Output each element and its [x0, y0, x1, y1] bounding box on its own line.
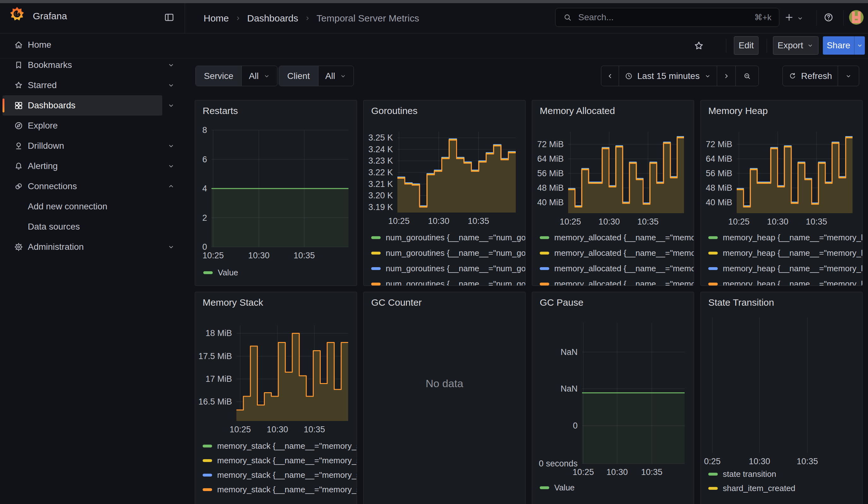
legend-item[interactable]: num_goroutines {__name__="num_go [371, 261, 526, 276]
legend-item[interactable]: memory_heap {__name__="memory_h [708, 245, 862, 261]
legend-label: memory_heap {__name__="memory_h [723, 248, 862, 258]
panel-title[interactable]: Goroutines [371, 105, 417, 116]
memory-heap-chart[interactable]: 72 MiB64 MiB56 MiB48 MiB40 MiB10:2510:30… [737, 132, 852, 213]
plus-icon[interactable] [784, 12, 794, 22]
chevron-down-icon[interactable] [167, 142, 175, 150]
sidebar-item-starred[interactable]: Starred [2, 75, 162, 95]
help-circle-icon[interactable] [823, 12, 834, 23]
memory-allocated-legend: memory_allocated {__name__="memomemory_a… [540, 230, 694, 286]
x-axis-tick: 10:25 [728, 217, 750, 227]
time-range-picker[interactable]: Last 15 minutes [619, 66, 717, 86]
edit-button[interactable]: Edit [734, 36, 758, 55]
refresh-interval-dropdown[interactable] [838, 66, 859, 86]
sidebar-item-explore[interactable]: Explore [2, 116, 162, 136]
legend-swatch [203, 474, 212, 476]
legend-item[interactable]: memory_stack {__name__="memory_s [203, 482, 357, 497]
legend-item[interactable]: num_goroutines {__name__="num_go [371, 245, 526, 261]
chevron-down-icon[interactable] [167, 243, 175, 251]
panel-title[interactable]: GC Counter [371, 297, 422, 308]
export-button[interactable]: Export [773, 36, 818, 55]
time-range-label: Last 15 minutes [637, 71, 700, 81]
legend-swatch [708, 487, 718, 490]
panel-memory-allocated: Memory Allocated 72 MiB64 MiB56 MiB48 Mi… [532, 100, 694, 286]
breadcrumb-dashboards[interactable]: Dashboards [247, 13, 298, 24]
search-input[interactable] [578, 12, 749, 23]
user-avatar[interactable] [849, 10, 864, 25]
sidebar-item-bookmarks[interactable]: Bookmarks [2, 55, 162, 75]
goroutines-chart[interactable]: 3.25 K3.24 K3.23 K3.22 K3.21 K3.20 K3.19… [397, 132, 516, 213]
panel-title[interactable]: Memory Allocated [540, 105, 615, 116]
legend-item[interactable]: memory_allocated {__name__="memo [540, 261, 694, 276]
y-axis-tick: 3.19 K [368, 202, 393, 212]
x-axis-tick: 10:30 [248, 251, 270, 260]
panel-title[interactable]: Memory Heap [708, 105, 768, 116]
service-filter-value[interactable]: All [242, 66, 277, 86]
sidebar-item-home[interactable]: Home [2, 35, 162, 55]
panel-title[interactable]: GC Pause [540, 297, 583, 308]
legend-item[interactable]: memory_stack {__name__="memory_s [203, 439, 357, 453]
legend-item[interactable]: state transition [708, 467, 795, 481]
time-back-button[interactable] [601, 66, 619, 86]
sidebar-item-connections[interactable]: Connections [2, 176, 162, 196]
sidebar-item-data-sources[interactable]: Data sources [2, 217, 162, 237]
legend-item[interactable]: num_goroutines {__name__="num_go [371, 230, 526, 245]
y-axis-tick: 56 MiB [706, 168, 732, 178]
breadcrumb-home[interactable]: Home [204, 13, 229, 24]
star-icon[interactable] [693, 40, 704, 51]
legend-item[interactable]: memory_stack {__name__="memory_s [203, 468, 357, 482]
legend-swatch [203, 445, 212, 448]
legend-item[interactable]: memory_heap {__name__="memory_h [708, 230, 862, 245]
goroutines-legend: num_goroutines {__name__="num_gonum_goro… [371, 230, 526, 286]
gear-icon [14, 242, 23, 252]
sidebar-item-alerting[interactable]: Alerting [2, 156, 162, 176]
legend-item[interactable]: shard_item_created [708, 481, 795, 495]
share-button-group: Share [823, 36, 865, 55]
sidebar-item-add-new-connection[interactable]: Add new connection [2, 196, 162, 217]
legend-item[interactable]: memory_stack {__name__="memory_s [203, 453, 357, 468]
legend-item[interactable]: num_goroutines {__name__="num_go [371, 276, 526, 286]
state-transition-chart[interactable]: 0:2510:3010:35 [705, 317, 852, 453]
legend-item[interactable]: memory_heap {__name__="memory_h [708, 276, 862, 286]
panel-title[interactable]: Restarts [203, 105, 238, 116]
sidebar-item-drilldown[interactable]: Drilldown [2, 136, 162, 156]
legend-item[interactable]: memory_heap {__name__="memory_h [708, 261, 862, 276]
legend-item[interactable]: Value [203, 265, 238, 280]
chevron-down-icon[interactable] [167, 102, 175, 109]
legend-item[interactable]: Value [540, 480, 575, 495]
x-axis-tick: 10:30 [767, 217, 788, 227]
share-button[interactable]: Share [823, 36, 854, 55]
panel-goroutines: Goroutines 3.25 K3.24 K3.23 K3.22 K3.21 … [363, 100, 526, 286]
memory-stack-chart[interactable]: 18 MiB17.5 MiB17 MiB16.5 MiB10:2510:3010… [236, 326, 348, 421]
sidebar-item-dashboards[interactable]: Dashboards [2, 95, 162, 116]
restarts-chart[interactable]: 8642010:2510:3010:35 [211, 130, 349, 247]
chevron-down-icon[interactable] [797, 15, 804, 22]
zoom-out-button[interactable] [735, 66, 758, 86]
chevron-down-icon[interactable] [167, 162, 175, 170]
legend-item[interactable]: memory_allocated {__name__="memo [540, 230, 694, 245]
chevron-down-icon[interactable] [167, 61, 175, 69]
time-forward-button[interactable] [717, 66, 735, 86]
share-dropdown-button[interactable] [855, 36, 865, 55]
panel-left-icon[interactable] [164, 12, 175, 23]
legend-swatch [540, 252, 549, 255]
brand-title: Grafana [33, 11, 67, 21]
x-axis-tick: 10:35 [641, 467, 662, 477]
legend-item[interactable]: memory_allocated {__name__="memo [540, 245, 694, 261]
y-axis-tick: NaN [560, 384, 578, 394]
bookmark-icon [14, 60, 23, 70]
memory-allocated-chart[interactable]: 72 MiB64 MiB56 MiB48 MiB40 MiB10:2510:30… [568, 132, 684, 213]
panel-title[interactable]: State Transition [708, 297, 774, 308]
panel-gc-counter: GC Counter No data [363, 292, 526, 504]
panel-title[interactable]: Memory Stack [203, 297, 263, 308]
legend-item[interactable]: memory_allocated {__name__="memo [540, 276, 694, 286]
refresh-button[interactable]: Refresh [783, 66, 838, 86]
grafana-logo-icon[interactable] [9, 6, 24, 21]
chevron-down-icon[interactable] [167, 81, 175, 89]
x-axis-tick: 10:25 [229, 425, 251, 434]
chevron-up-icon[interactable] [167, 183, 175, 190]
client-filter-value[interactable]: All [319, 66, 353, 86]
gc-pause-chart[interactable]: NaNNaN00 seconds10:2510:3010:35 [582, 323, 685, 464]
search-box[interactable]: ⌘+k [555, 8, 779, 27]
sidebar-item-administration[interactable]: Administration [2, 237, 162, 257]
y-axis-tick: 48 MiB [537, 183, 564, 193]
